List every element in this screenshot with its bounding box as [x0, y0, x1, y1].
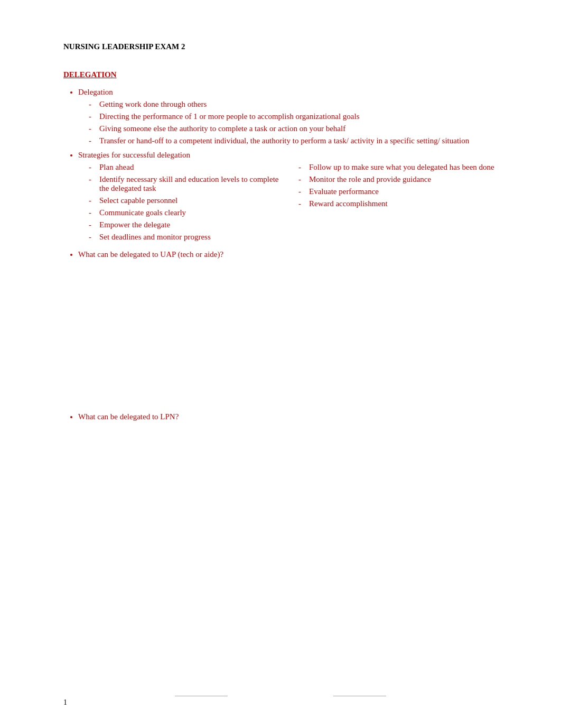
spacer — [63, 264, 498, 412]
list-item-label: Delegation — [78, 88, 113, 96]
footer-lines — [63, 696, 498, 696]
lpn-list: What can be delegated to LPN? — [63, 412, 498, 421]
list-item-lpn: What can be delegated to LPN? — [78, 412, 498, 421]
list-item-strategies: Strategies for successful delegation Pla… — [78, 151, 498, 245]
main-list: Delegation Getting work done through oth… — [63, 88, 498, 259]
list-item-label: What can be delegated to UAP (tech or ai… — [78, 250, 223, 259]
list-item: Transfer or hand-off to a competent indi… — [89, 136, 498, 145]
two-col-layout: Plan ahead Identify necessary skill and … — [78, 163, 498, 245]
delegation-sublist: Getting work done through others Directi… — [78, 100, 498, 145]
strategies-col2: Follow up to make sure what you delegate… — [288, 163, 498, 208]
list-item: Giving someone else the authority to com… — [89, 124, 498, 133]
list-item: Getting work done through others — [89, 100, 498, 109]
page: NURSING LEADERSHIP EXAM 2 DELEGATION Del… — [0, 0, 561, 728]
footer-underline-right — [333, 696, 386, 696]
list-item-delegation: Delegation Getting work done through oth… — [78, 88, 498, 145]
list-item-label: What can be delegated to LPN? — [78, 412, 179, 421]
document-title: NURSING LEADERSHIP EXAM 2 — [63, 42, 498, 51]
list-item: Plan ahead — [89, 163, 288, 172]
page-number: 1 — [63, 698, 67, 707]
list-item: Directing the performance of 1 or more p… — [89, 112, 498, 121]
list-item: Set deadlines and monitor progress — [89, 233, 288, 242]
footer-underline-left — [175, 696, 228, 696]
list-item: Follow up to make sure what you delegate… — [298, 163, 498, 172]
col-right: Follow up to make sure what you delegate… — [288, 163, 498, 245]
list-item-label: Strategies for successful delegation — [78, 151, 190, 159]
list-item: Select capable personnel — [89, 196, 288, 205]
section-heading: DELEGATION — [63, 70, 498, 79]
col-left: Plan ahead Identify necessary skill and … — [78, 163, 288, 245]
list-item: Identify necessary skill and education l… — [89, 175, 288, 193]
list-item: Reward accomplishment — [298, 199, 498, 208]
list-item: Empower the delegate — [89, 220, 288, 229]
list-item: Evaluate performance — [298, 187, 498, 196]
strategies-col1: Plan ahead Identify necessary skill and … — [78, 163, 288, 242]
list-item: Monitor the role and provide guidance — [298, 175, 498, 184]
page-footer — [63, 696, 498, 696]
list-item-uap: What can be delegated to UAP (tech or ai… — [78, 250, 498, 259]
list-item: Communicate goals clearly — [89, 208, 288, 217]
